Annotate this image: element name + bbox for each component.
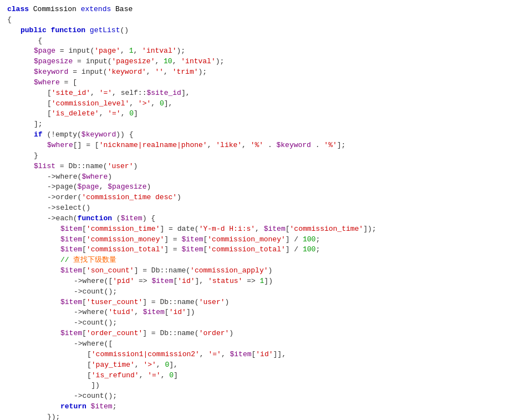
token-plain: ] = xyxy=(164,245,181,254)
token-var: $item xyxy=(230,350,251,358)
token-plain: , xyxy=(135,361,144,369)
code-line: ['commission_level', '>', 0], xyxy=(0,99,509,109)
token-plain: ] xyxy=(134,109,138,118)
token-num: 0 xyxy=(169,371,174,379)
token-var: $keyword xyxy=(34,68,68,76)
token-plain: ] = date( xyxy=(160,225,198,233)
token-plain: ], xyxy=(195,277,208,285)
token-plain: , xyxy=(242,141,251,149)
code-line: ->where(['pid' => $item['id'], 'status' … xyxy=(0,276,509,287)
token-plain: ] / xyxy=(286,245,303,254)
token-plain: , xyxy=(164,68,172,76)
line-content: ->select() xyxy=(7,203,502,214)
token-var: $item xyxy=(151,277,173,285)
token-plain: input( xyxy=(68,47,94,55)
code-line: $item['order_count'] = Db::name('order') xyxy=(0,328,509,339)
token-plain: [ xyxy=(82,266,86,275)
token-plain: , xyxy=(172,57,181,65)
line-content: return $item; xyxy=(7,402,502,412)
token-plain: , xyxy=(120,47,129,55)
token-plain: ]) xyxy=(264,277,273,285)
token-var: $item xyxy=(60,225,82,233)
token-kw: return xyxy=(60,402,91,411)
token-plain: , xyxy=(156,361,165,369)
token-plain: [ xyxy=(47,99,52,108)
token-str: '>' xyxy=(138,99,151,108)
line-content: ['is_refund', '=', 0] xyxy=(7,371,502,381)
line-content: $pagesize = input('pagesize', 10, 'intva… xyxy=(7,57,502,67)
token-plain: }); xyxy=(47,413,60,420)
code-line: ['commission1|commission2', '=', $item['… xyxy=(0,350,509,360)
line-content: $item['son_count'] = Db::name('commissio… xyxy=(7,266,502,276)
code-container: class Commission extends Base{public fun… xyxy=(0,0,509,420)
token-var: $site_id xyxy=(146,89,181,97)
line-content: ['commission1|commission2', '=', $item['… xyxy=(7,350,502,360)
token-plain: , xyxy=(207,141,216,149)
token-plain: ], xyxy=(181,89,190,97)
token-plain: ( xyxy=(116,214,121,222)
code-line: $where[] = ['nickname|realname|phone', '… xyxy=(0,140,509,151)
token-plain: , xyxy=(99,109,108,118)
token-plain: ]], xyxy=(273,350,286,358)
line-content: ->order('commission_time desc') xyxy=(7,193,502,203)
line-content: $item['order_count'] = Db::name('order') xyxy=(7,328,502,339)
token-fn-name: getList xyxy=(90,26,120,34)
token-str: '>' xyxy=(143,361,156,369)
token-str: '=' xyxy=(108,109,120,118)
token-str: 'trim' xyxy=(172,68,198,76)
line-content: ->where([ xyxy=(7,339,502,350)
token-plain: , xyxy=(99,183,108,191)
token-str: 'commission_level' xyxy=(52,99,129,108)
line-content: if (!empty($keyword)) { xyxy=(7,130,502,140)
token-num: 0 xyxy=(129,109,134,118)
token-plain: ]) xyxy=(74,381,100,389)
token-var: $item xyxy=(91,402,113,411)
code-line: ->page($page, $pagesize) xyxy=(0,182,509,193)
token-str: 'user' xyxy=(108,162,134,170)
line-content: $item['commission_time'] = date('Y-m-d H… xyxy=(7,224,502,235)
line-content: ->count(); xyxy=(7,287,502,297)
token-plain: , xyxy=(121,109,130,118)
code-line: $item['commission_time'] = date('Y-m-d H… xyxy=(0,224,509,235)
token-str: 'commission_total' xyxy=(86,245,164,254)
token-plain: ->where([ xyxy=(74,340,113,348)
token-plain: [ xyxy=(286,225,290,233)
token-str: 'keyword' xyxy=(108,68,146,76)
token-plain: ->each( xyxy=(47,214,78,222)
token-str: 'commission1|commission2' xyxy=(91,350,200,358)
token-plain: ) xyxy=(177,193,181,201)
line-content: ['commission_level', '>', 0], xyxy=(7,99,502,109)
code-line: ->where($where) xyxy=(0,172,509,183)
token-str: 'nickname|realname|phone' xyxy=(99,141,207,149)
token-str: 'order_count' xyxy=(86,329,142,337)
token-plain: = xyxy=(68,68,81,76)
token-plain: ] = Db::name( xyxy=(142,329,198,337)
line-content: { xyxy=(7,36,502,47)
token-plain: , xyxy=(90,89,99,97)
token-plain: { xyxy=(21,37,42,45)
token-plain: ) xyxy=(229,329,233,337)
line-content: ->page($page, $pagesize) xyxy=(7,182,502,193)
token-plain: [ xyxy=(82,235,86,244)
token-str: 'is_delete' xyxy=(52,109,99,118)
token-classname: Base xyxy=(115,5,133,13)
token-str: 'page' xyxy=(94,47,120,55)
code-line: $item['commission_total'] = $item['commi… xyxy=(0,245,509,255)
token-plain: { xyxy=(7,16,12,24)
token-num: 100 xyxy=(303,245,315,254)
token-comment: // xyxy=(60,256,73,264)
token-var: $page xyxy=(78,183,99,191)
token-var: $pagesize xyxy=(108,183,146,191)
token-var: $item xyxy=(60,245,82,254)
token-var: $item xyxy=(181,245,203,254)
token-str: 'site_id' xyxy=(52,89,90,97)
code-line: if (!empty($keyword)) { xyxy=(0,130,509,140)
token-str: 'tuid' xyxy=(108,308,134,316)
token-plain: [ xyxy=(47,89,52,97)
line-content: ->where(['pid' => $item['id'], 'status' … xyxy=(7,276,502,287)
token-str: 'commission_apply' xyxy=(190,266,268,275)
token-plain: ]) xyxy=(186,308,195,316)
code-line: ->count(); xyxy=(0,287,509,297)
token-plain: ) xyxy=(108,173,112,181)
code-line: $item['son_count'] = Db::name('commissio… xyxy=(0,266,509,276)
